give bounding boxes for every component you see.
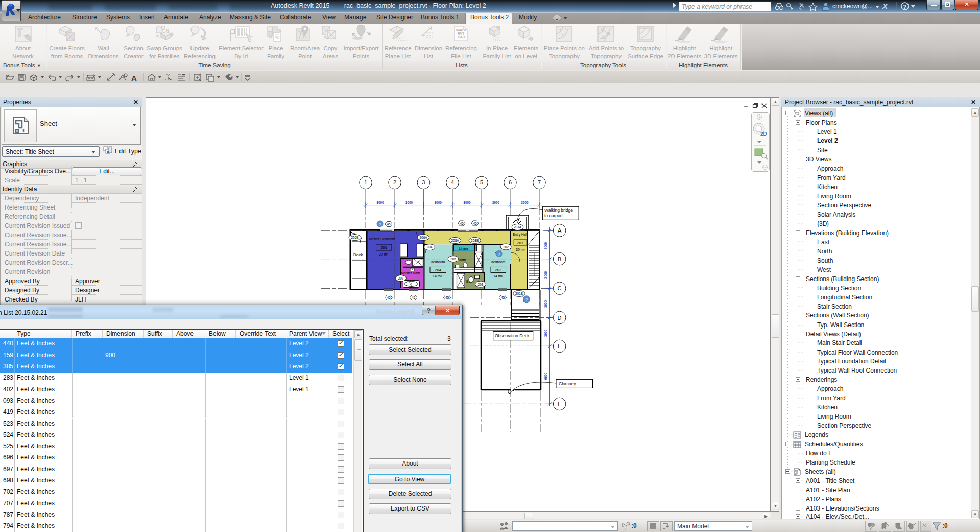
svg-text:27 m²: 27 m² bbox=[379, 252, 389, 256]
svg-text:203: 203 bbox=[478, 283, 484, 286]
svg-text:3000: 3000 bbox=[492, 201, 500, 204]
svg-text:?: ? bbox=[903, 4, 907, 10]
svg-text:Bedroom: Bedroom bbox=[431, 260, 445, 264]
svg-text:Master Bath: Master Bath bbox=[401, 271, 420, 275]
svg-text:3000: 3000 bbox=[544, 242, 547, 249]
svg-text:IMAGE: IMAGE bbox=[456, 28, 467, 32]
svg-text:CAD: CAD bbox=[458, 35, 465, 39]
svg-text:Master Bedroom: Master Bedroom bbox=[369, 237, 395, 241]
svg-text:F: F bbox=[558, 401, 561, 407]
svg-text:30 m²: 30 m² bbox=[516, 248, 525, 251]
svg-text:205: 205 bbox=[450, 257, 456, 261]
svg-text:6: 6 bbox=[509, 179, 512, 186]
svg-text:204: 204 bbox=[435, 268, 441, 272]
svg-text:4: 4 bbox=[451, 179, 454, 186]
svg-text:Walking bridge: Walking bridge bbox=[544, 207, 573, 213]
svg-text:to carport: to carport bbox=[544, 213, 563, 218]
svg-text:207: 207 bbox=[398, 276, 404, 280]
svg-text:Deck: Deck bbox=[353, 252, 363, 257]
svg-text:3000: 3000 bbox=[434, 201, 442, 204]
svg-text:?: ? bbox=[379, 222, 381, 227]
svg-text:RVT: RVT bbox=[458, 32, 464, 35]
svg-text:X: X bbox=[882, 2, 888, 10]
svg-text:208B: 208B bbox=[471, 239, 479, 242]
svg-text:Bath: Bath bbox=[459, 258, 466, 262]
svg-text:205B: 205B bbox=[351, 236, 358, 239]
svg-text:3000: 3000 bbox=[544, 329, 547, 337]
svg-text:202: 202 bbox=[503, 245, 509, 249]
svg-text:6000: 6000 bbox=[544, 372, 547, 380]
svg-text:7: 7 bbox=[538, 179, 541, 186]
svg-text:B: B bbox=[558, 256, 561, 262]
svg-text:45: 45 bbox=[387, 222, 391, 226]
svg-text:Chimney: Chimney bbox=[559, 381, 576, 386]
svg-text:45: 45 bbox=[460, 222, 464, 225]
svg-text:cmckeown@...: cmckeown@... bbox=[832, 3, 873, 10]
svg-text:5: 5 bbox=[480, 179, 483, 186]
svg-text:.1: .1 bbox=[526, 37, 529, 41]
svg-text:206A: 206A bbox=[419, 236, 427, 239]
svg-text:3000: 3000 bbox=[376, 201, 384, 204]
svg-text:14 m²: 14 m² bbox=[433, 274, 442, 278]
svg-text:206: 206 bbox=[380, 245, 387, 250]
svg-text:201: 201 bbox=[517, 241, 523, 245]
svg-text:14 m²: 14 m² bbox=[493, 274, 503, 278]
svg-text:208A: 208A bbox=[451, 239, 459, 242]
svg-text:202: 202 bbox=[495, 268, 502, 272]
svg-text:201A: 201A bbox=[514, 225, 522, 229]
svg-text:45: 45 bbox=[387, 296, 391, 299]
svg-text:45: 45 bbox=[501, 296, 505, 299]
svg-text:A: A bbox=[131, 74, 137, 82]
svg-text:2D: 2D bbox=[760, 131, 767, 137]
svg-text:?: ? bbox=[525, 297, 528, 302]
svg-text:45: 45 bbox=[412, 296, 416, 299]
svg-text:3: 3 bbox=[422, 179, 425, 186]
svg-text:45: 45 bbox=[445, 296, 449, 299]
svg-text:E: E bbox=[558, 343, 561, 349]
svg-text:3000: 3000 bbox=[544, 271, 547, 279]
svg-text:3000: 3000 bbox=[463, 201, 471, 204]
svg-text:Bedroom: Bedroom bbox=[491, 260, 506, 264]
svg-text:3000: 3000 bbox=[521, 201, 529, 204]
svg-text:3000: 3000 bbox=[544, 300, 547, 308]
svg-text:2: 2 bbox=[393, 179, 396, 186]
svg-text:1: 1 bbox=[364, 179, 367, 186]
svg-text:204: 204 bbox=[427, 245, 433, 249]
svg-text:?: ? bbox=[498, 252, 500, 257]
svg-text:Observation Deck: Observation Deck bbox=[495, 333, 530, 338]
svg-text:Linen: Linen bbox=[459, 246, 468, 251]
svg-text:A: A bbox=[558, 227, 562, 234]
svg-text:3000: 3000 bbox=[405, 201, 413, 204]
svg-text:D: D bbox=[558, 315, 562, 321]
svg-text:Entry Hall: Entry Hall bbox=[513, 233, 528, 237]
svg-text:C: C bbox=[558, 285, 562, 291]
svg-text:201B: 201B bbox=[515, 292, 523, 295]
svg-text:45: 45 bbox=[473, 222, 477, 225]
